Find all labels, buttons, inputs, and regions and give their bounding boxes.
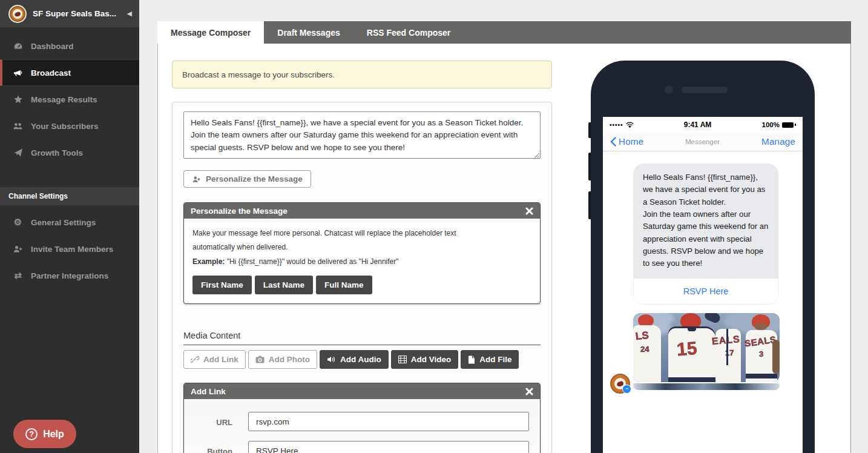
team-photo[interactable]: LS 24 15 EALS 17	[633, 313, 780, 382]
media-buttons-row: Add Link Add Photo Add Audio Add Video A…	[183, 350, 541, 369]
app-root: SF Super Seals Bas... ◀ Dashboard Broadc…	[0, 0, 868, 453]
url-field-row: URL	[195, 412, 529, 431]
battery-percent: 100%	[762, 121, 780, 128]
chat-area: Hello Seals Fans! {{first_name}}, we hav…	[603, 151, 803, 390]
add-video-button[interactable]: Add Video	[391, 350, 459, 369]
add-photo-button[interactable]: Add Photo	[248, 350, 317, 369]
personalize-example: Example: "Hi {{first_name}}" would be de…	[192, 255, 531, 269]
message-textarea[interactable]: Hello Seals Fans! {{first_name}}, we hav…	[183, 111, 541, 159]
jersey-number: 15	[676, 338, 698, 360]
chevron-left-icon	[610, 137, 616, 147]
message-bubble: Hello Seals Fans! {{first_name}}, we hav…	[633, 164, 778, 305]
messenger-title: Messenger	[643, 138, 761, 145]
user-plus-icon	[192, 175, 201, 184]
question-circle-icon: ?	[25, 428, 38, 440]
url-label: URL	[195, 412, 248, 429]
star-icon	[13, 94, 23, 105]
sidebar-item-growth-tools[interactable]: Growth Tools	[0, 139, 139, 166]
full-name-button[interactable]: Full Name	[316, 276, 372, 294]
rsvp-here-link[interactable]: RSVP Here	[634, 279, 778, 304]
close-icon[interactable]	[525, 388, 533, 395]
button-text-field-row: Button Text	[195, 441, 529, 453]
sidebar-item-label: General Settings	[31, 218, 96, 227]
personalize-description: Make your message feel more personal. Ch…	[192, 226, 483, 255]
back-label: Home	[619, 136, 643, 147]
battery-icon	[782, 122, 796, 128]
wifi-icon	[626, 122, 634, 128]
users-icon	[13, 121, 23, 131]
sidebar-collapse-icon[interactable]: ◀	[127, 10, 132, 18]
jersey-number: 3	[759, 349, 763, 359]
user-plus-icon	[13, 244, 23, 254]
bot-avatar	[610, 374, 630, 394]
bubble-text: Hello Seals Fans! {{first_name}}, we hav…	[634, 164, 778, 279]
tab-draft-messages[interactable]: Draft Messages	[264, 21, 353, 44]
jersey-text: LS	[635, 329, 649, 343]
composer-card: Hello Seals Fans! {{first_name}}, we hav…	[172, 102, 552, 453]
sidebar-item-general-settings[interactable]: ⚙ General Settings	[0, 209, 139, 236]
add-file-button[interactable]: Add File	[461, 350, 519, 369]
sidebar-item-label: Broadcast	[31, 68, 71, 78]
sidebar-item-label: Message Results	[31, 95, 97, 104]
speaker-icon	[327, 355, 336, 363]
sidebar-item-label: Your Subscribers	[31, 122, 99, 131]
media-button-label: Add Photo	[269, 355, 310, 364]
workspace-title: SF Super Seals Bas...	[33, 9, 121, 18]
sidebar-item-label: Invite Team Members	[31, 245, 113, 254]
phone-volume-down-button	[588, 191, 591, 219]
dashboard-icon	[13, 41, 23, 51]
phone-mute-switch	[588, 122, 591, 138]
sidebar-item-partner-integrations[interactable]: ⇄ Partner Integrations	[0, 262, 139, 289]
messenger-badge-icon	[622, 385, 631, 394]
content-panel: Broadcast a message to your subscribers.…	[157, 44, 851, 453]
button-text-input[interactable]	[248, 441, 529, 453]
broadcast-alert: Broadcast a message to your subscribers.	[172, 61, 552, 88]
last-name-button[interactable]: Last Name	[255, 276, 313, 294]
add-audio-button[interactable]: Add Audio	[320, 350, 389, 369]
media-button-label: Add Video	[411, 355, 452, 364]
phone-volume-up-button	[588, 153, 591, 180]
tab-message-composer[interactable]: Message Composer	[157, 21, 264, 44]
add-link-panel-header: Add Link	[184, 383, 540, 399]
sidebar-item-label: Growth Tools	[31, 148, 83, 157]
sidebar-item-label: Dashboard	[31, 42, 74, 51]
gear-icon: ⚙	[13, 217, 23, 228]
status-time: 9:41 AM	[634, 121, 762, 129]
example-label: Example:	[192, 257, 225, 266]
camera-icon	[255, 355, 265, 363]
example-text: "Hi {{first_name}}" would be delivered a…	[225, 257, 398, 266]
personalize-panel-body: Make your message feel more personal. Ch…	[184, 219, 540, 303]
sidebar-header: SF Super Seals Bas... ◀	[0, 0, 139, 27]
personalize-message-button[interactable]: Personalize the Message	[183, 170, 311, 188]
link-icon	[191, 355, 199, 364]
sidebar-item-message-results[interactable]: Message Results	[0, 86, 139, 113]
sidebar-item-dashboard[interactable]: Dashboard	[0, 33, 139, 59]
file-icon	[468, 355, 475, 364]
add-link-panel-body: URL Button Text	[184, 399, 540, 453]
help-button[interactable]: ? Help	[13, 420, 76, 448]
personalize-panel: Personalize the Message Make your messag…	[183, 202, 541, 304]
first-name-button[interactable]: First Name	[192, 276, 252, 294]
sidebar-item-your-subscribers[interactable]: Your Subscribers	[0, 113, 139, 139]
url-input[interactable]	[248, 412, 529, 431]
insert-token-buttons: First Name Last Name Full Name	[192, 276, 531, 294]
media-content-title: Media Content	[183, 331, 541, 345]
sidebar-item-broadcast[interactable]: Broadcast	[0, 59, 139, 86]
close-icon[interactable]	[525, 207, 533, 215]
personalize-panel-header: Personalize the Message	[184, 203, 540, 219]
add-link-button[interactable]: Add Link	[183, 350, 246, 369]
tab-rss-feed-composer[interactable]: RSS Feed Composer	[353, 21, 464, 44]
signal-dots-icon: •••••	[610, 122, 623, 128]
add-link-panel: Add Link URL Button Text	[183, 383, 541, 453]
phone-camera	[665, 85, 673, 94]
channel-settings-section-label: Channel Settings	[0, 187, 139, 205]
personalize-panel-title: Personalize the Message	[191, 207, 288, 216]
manage-button[interactable]: Manage	[761, 136, 795, 147]
media-button-label: Add File	[479, 355, 511, 364]
megaphone-icon	[13, 68, 23, 78]
swap-arrows-icon: ⇄	[13, 271, 23, 281]
phone-status-bar: ••••• 9:41 AM 100%	[603, 117, 803, 133]
back-home-button[interactable]: Home	[610, 136, 643, 147]
phone-preview: ••••• 9:41 AM 100% Home Messenger Manage	[591, 61, 815, 453]
sidebar-item-invite-team-members[interactable]: Invite Team Members	[0, 236, 139, 262]
